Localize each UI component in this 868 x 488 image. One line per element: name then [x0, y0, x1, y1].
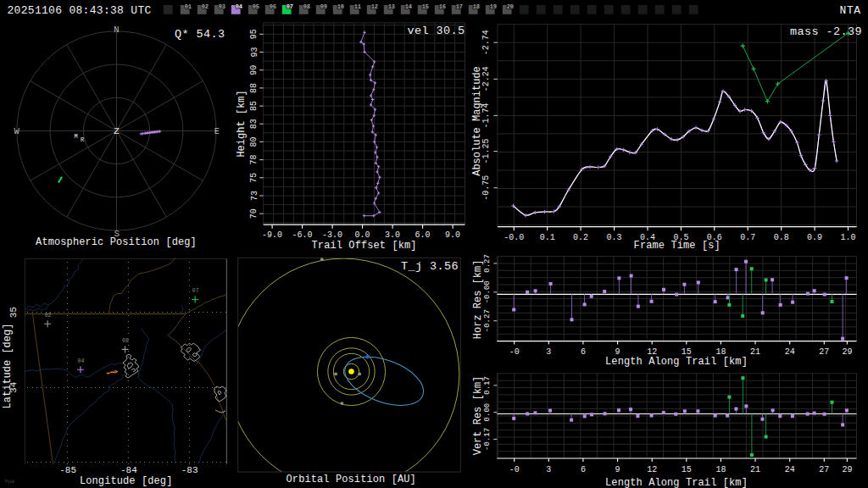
svg-text:-6.0: -6.0 [292, 230, 313, 240]
svg-text:9.0: 9.0 [445, 230, 460, 240]
svg-text:35: 35 [9, 307, 19, 318]
svg-text:15: 15 [422, 3, 429, 10]
svg-text:17: 17 [456, 3, 463, 10]
svg-text:07: 07 [192, 288, 199, 294]
svg-text:93: 93 [250, 47, 259, 57]
svg-text:Vert Res [km]: Vert Res [km] [472, 376, 484, 456]
svg-text:T_j 3.56: T_j 3.56 [401, 260, 459, 273]
svg-text:M: M [74, 133, 77, 140]
svg-text:80: 80 [250, 136, 259, 147]
svg-text:0.3: 0.3 [607, 233, 622, 242]
svg-text:18: 18 [473, 3, 480, 10]
svg-text:0.8: 0.8 [774, 233, 789, 242]
svg-text:Length Along Trail [km]: Length Along Trail [km] [605, 356, 748, 368]
svg-text:12: 12 [647, 465, 657, 474]
svg-text:Latitude [deg]: Latitude [deg] [2, 324, 14, 409]
svg-text:vel 30.5: vel 30.5 [407, 25, 465, 37]
svg-text:10: 10 [337, 3, 344, 10]
svg-text:0.00: 0.00 [483, 403, 492, 422]
svg-text:N: N [114, 25, 119, 35]
svg-text:09: 09 [320, 3, 327, 10]
svg-text:75: 75 [250, 173, 259, 183]
svg-text:0.7: 0.7 [740, 233, 755, 242]
svg-text:-0.00: -0.00 [483, 280, 492, 303]
svg-text:Orbital Position [AU]: Orbital Position [AU] [287, 474, 416, 485]
svg-text:-0.27: -0.27 [483, 309, 492, 332]
svg-text:14: 14 [405, 3, 412, 10]
svg-text:3: 3 [546, 347, 551, 357]
svg-text:95: 95 [250, 29, 259, 39]
svg-text:Height [km]: Height [km] [236, 90, 248, 157]
svg-text:08: 08 [303, 3, 310, 10]
svg-text:0.9: 0.9 [807, 233, 822, 242]
svg-text:6.0: 6.0 [415, 230, 431, 240]
svg-text:Longitude [deg]: Longitude [deg] [80, 475, 173, 487]
svg-text:Atmospheric Position [deg]: Atmospheric Position [deg] [36, 236, 197, 248]
svg-text:16: 16 [439, 3, 446, 10]
svg-text:19: 19 [490, 3, 497, 10]
svg-text:Trail Offset [km]: Trail Offset [km] [312, 240, 417, 252]
svg-text:78: 78 [250, 155, 259, 165]
svg-text:90: 90 [250, 65, 259, 75]
svg-text:Absolute Magnitude: Absolute Magnitude [471, 66, 483, 176]
svg-text:1.0: 1.0 [840, 233, 855, 242]
svg-text:0.1: 0.1 [540, 233, 555, 242]
svg-text:6: 6 [581, 465, 586, 474]
svg-text:0.27: 0.27 [483, 254, 492, 273]
svg-text:02: 02 [202, 3, 209, 10]
svg-text:Z: Z [114, 125, 120, 136]
svg-text:29: 29 [842, 465, 852, 474]
svg-text:27: 27 [819, 465, 829, 474]
svg-text:11: 11 [354, 3, 361, 10]
svg-text:01: 01 [185, 3, 192, 10]
svg-text:-0: -0 [509, 347, 520, 357]
svg-text:0.2: 0.2 [573, 233, 588, 242]
svg-text:-2.24: -2.24 [482, 66, 492, 92]
svg-text:07: 07 [287, 3, 293, 10]
svg-text:24: 24 [785, 347, 795, 357]
svg-text:-1.74: -1.74 [482, 103, 492, 128]
svg-text:15: 15 [682, 465, 692, 474]
svg-text:73: 73 [250, 191, 259, 201]
svg-text:9: 9 [615, 465, 620, 474]
svg-text:-1.25: -1.25 [482, 139, 492, 164]
svg-text:20: 20 [507, 3, 514, 10]
svg-text:E: E [214, 126, 220, 136]
svg-text:NTA: NTA [840, 4, 861, 17]
svg-text:-9.0: -9.0 [262, 230, 282, 240]
svg-text:-83: -83 [181, 465, 198, 475]
svg-text:24: 24 [785, 465, 795, 474]
svg-text:-2.74: -2.74 [482, 30, 492, 55]
svg-text:Q* 54.3: Q* 54.3 [175, 28, 225, 41]
svg-text:88: 88 [250, 83, 259, 93]
svg-text:W: W [14, 126, 20, 136]
svg-text:6: 6 [581, 347, 586, 357]
svg-text:12: 12 [371, 3, 378, 10]
svg-text:05: 05 [253, 3, 259, 10]
svg-text:20251106 08:43:38 UTC: 20251106 08:43:38 UTC [8, 4, 152, 17]
svg-text:06: 06 [270, 3, 276, 10]
svg-text:70: 70 [250, 208, 259, 219]
svg-text:-0.0: -0.0 [504, 233, 524, 242]
svg-text:Frame Time [s]: Frame Time [s] [634, 240, 721, 252]
svg-text:-84: -84 [120, 465, 137, 475]
svg-text:-0.17: -0.17 [483, 428, 492, 451]
svg-text:3: 3 [546, 465, 551, 474]
svg-text:PyLW: PyLW [5, 480, 14, 484]
svg-text:29: 29 [842, 347, 852, 357]
svg-text:04: 04 [236, 3, 242, 10]
svg-text:Length Along Trail [km]: Length Along Trail [km] [605, 477, 748, 488]
svg-text:-0.75: -0.75 [482, 175, 492, 201]
svg-text:85: 85 [250, 101, 259, 111]
svg-text:13: 13 [388, 3, 395, 10]
svg-text:Horz Res [km]: Horz Res [km] [472, 260, 484, 340]
svg-text:02: 02 [45, 313, 52, 319]
svg-text:0.17: 0.17 [483, 376, 492, 395]
svg-text:mass -2.39: mass -2.39 [790, 25, 862, 38]
svg-text:27: 27 [819, 347, 829, 357]
svg-text:04: 04 [78, 358, 85, 364]
svg-text:-85: -85 [59, 465, 76, 475]
svg-text:03: 03 [219, 3, 225, 10]
svg-text:83: 83 [250, 119, 259, 129]
svg-text:08: 08 [122, 338, 129, 344]
